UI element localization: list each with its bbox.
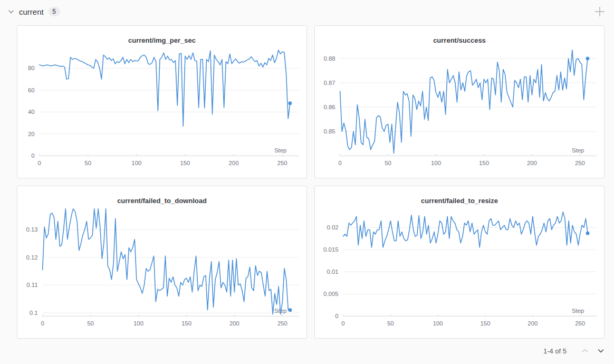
x-tick-label: 100 <box>433 320 443 327</box>
x-tick-label: 150 <box>479 160 489 166</box>
x-axis-title: Step <box>572 308 584 314</box>
y-tick-label: 0 <box>335 313 338 319</box>
x-tick-label: 200 <box>527 160 537 166</box>
y-tick-label: 0.88 <box>323 55 335 62</box>
panel-current-failed-to-resize[interactable]: current/failed_to_resize 00.0050.010.015… <box>314 186 605 339</box>
line-chart-failed-to-resize: 00.0050.010.0150.02050100150200250Step <box>315 186 604 338</box>
x-tick-label: 200 <box>527 320 538 327</box>
x-tick-label: 250 <box>277 160 287 166</box>
chart-title: current/failed_to_download <box>17 197 306 205</box>
chart-title: current/img_per_sec <box>17 36 306 44</box>
series-line <box>43 209 290 314</box>
x-tick-label: 50 <box>387 320 394 327</box>
panel-current-success[interactable]: current/success 0.850.860.870.8805010015… <box>314 25 605 178</box>
next-page-button[interactable] <box>595 345 607 357</box>
x-tick-label: 150 <box>481 320 491 327</box>
line-chart-success: 0.850.860.870.88050100150200250Step <box>315 26 604 178</box>
x-tick-label: 250 <box>575 160 585 166</box>
x-tick-label: 200 <box>229 320 239 327</box>
pagination-label: 1-4 of 5 <box>543 347 567 355</box>
y-tick-label: 0.01 <box>327 269 338 275</box>
last-point-marker <box>289 101 292 105</box>
series-line <box>343 212 588 247</box>
x-tick-label: 0 <box>341 320 344 327</box>
chevron-down-icon <box>7 8 15 15</box>
x-tick-label: 50 <box>87 320 94 327</box>
x-tick-label: 50 <box>84 160 91 166</box>
x-tick-label: 0 <box>37 160 41 166</box>
chevron-up-icon <box>581 347 589 355</box>
chart-title: current/success <box>315 36 604 44</box>
y-tick-label: 0.015 <box>323 246 339 253</box>
x-tick-label: 200 <box>229 160 239 166</box>
panel-count-badge: 5 <box>49 7 60 16</box>
x-tick-label: 250 <box>277 320 287 327</box>
x-axis-title: Step <box>572 147 584 154</box>
previous-page-button[interactable] <box>579 345 591 357</box>
plus-icon <box>593 5 606 18</box>
y-tick-label: 0.02 <box>327 224 338 231</box>
y-tick-label: 0.005 <box>323 291 339 297</box>
section-collapse-button[interactable] <box>6 7 16 16</box>
section-title: current <box>19 7 44 16</box>
y-tick-label: 0 <box>31 152 34 159</box>
line-chart-failed-to-download: 0.10.110.120.13050100150200250Step <box>17 186 306 338</box>
y-tick-label: 0.1 <box>30 310 38 316</box>
add-panel-button[interactable] <box>593 5 607 18</box>
y-tick-label: 20 <box>28 131 35 137</box>
panel-current-failed-to-download[interactable]: current/failed_to_download 0.10.110.120.… <box>17 186 307 339</box>
last-point-marker <box>586 232 590 235</box>
y-tick-label: 40 <box>28 109 35 115</box>
series-line <box>40 50 290 126</box>
x-tick-label: 150 <box>181 320 191 327</box>
y-tick-label: 0.87 <box>323 80 335 86</box>
x-tick-label: 50 <box>385 160 391 166</box>
x-tick-label: 100 <box>131 160 141 166</box>
y-tick-label: 0.11 <box>26 282 37 288</box>
line-chart-img-per-sec: 020406080050100150200250Step <box>17 26 306 178</box>
panel-current-img-per-sec[interactable]: current/img_per_sec 02040608005010015020… <box>17 25 307 178</box>
y-tick-label: 60 <box>28 87 35 93</box>
section-header: current 5 <box>0 0 614 23</box>
x-tick-label: 0 <box>338 160 341 166</box>
x-tick-label: 100 <box>133 320 143 327</box>
x-tick-label: 0 <box>41 320 44 327</box>
x-axis-title: Step <box>274 147 286 154</box>
x-tick-label: 150 <box>180 160 190 166</box>
y-tick-label: 80 <box>28 65 35 71</box>
x-tick-label: 100 <box>431 160 441 166</box>
last-point-marker <box>289 308 292 312</box>
panel-pagination: 1-4 of 5 <box>543 345 607 357</box>
series-line <box>340 50 588 154</box>
y-tick-label: 0.86 <box>323 104 335 110</box>
y-tick-label: 0.13 <box>26 226 37 233</box>
chart-title: current/failed_to_resize <box>315 197 604 205</box>
y-tick-label: 0.85 <box>323 128 335 135</box>
chevron-down-icon <box>597 347 605 355</box>
panels-grid: current/img_per_sec 02040608005010015020… <box>17 25 605 339</box>
x-tick-label: 250 <box>575 320 585 327</box>
last-point-marker <box>586 56 590 60</box>
y-tick-label: 0.12 <box>26 254 37 261</box>
